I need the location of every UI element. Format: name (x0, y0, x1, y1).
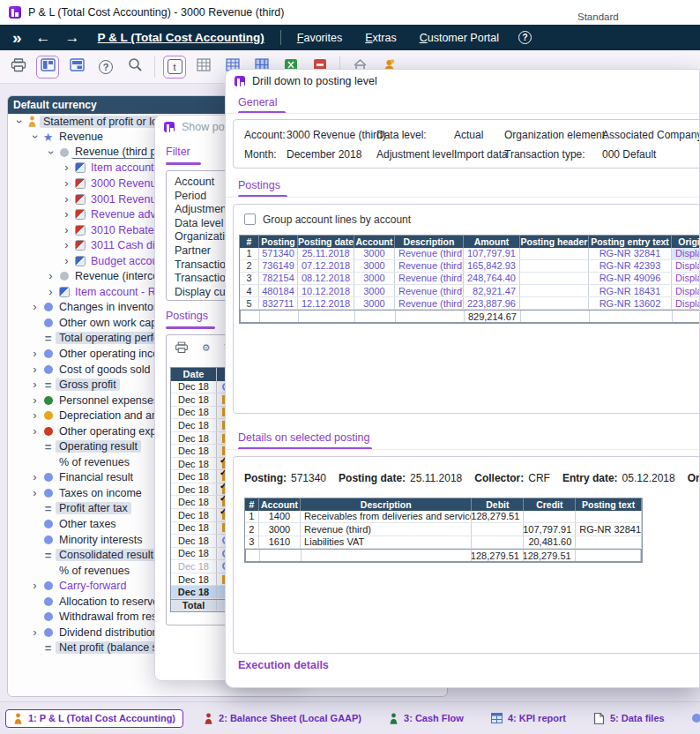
tree-item-label[interactable]: Allocation to reserves (56, 595, 168, 608)
expand-icon[interactable]: › (61, 241, 72, 250)
expand-icon[interactable]: › (29, 581, 41, 590)
expand-icon[interactable]: › (29, 396, 41, 405)
layout-split-button[interactable] (36, 56, 59, 79)
tree-item-label[interactable]: Profit after tax (56, 502, 131, 514)
worksheet-tab-4[interactable]: 4: KPI report (484, 710, 573, 726)
expand-icon[interactable]: › (29, 427, 41, 436)
display-original-link[interactable]: Display o (672, 248, 700, 259)
tree-item-label[interactable]: Other taxes (56, 518, 120, 530)
print-button[interactable] (175, 341, 188, 354)
tree-item-label[interactable]: Taxes on income (56, 487, 145, 499)
general-section-label[interactable]: General (238, 96, 277, 109)
execution-details-link[interactable]: Execution details (238, 659, 329, 671)
worksheet-tab-3[interactable]: 3: Cash Flow (382, 710, 471, 727)
display-original-link[interactable]: Display o (672, 260, 700, 272)
back-arrow-icon[interactable]: ← (36, 29, 51, 47)
worksheet-tab-6[interactable]: 6: Other own work capit (685, 710, 700, 726)
expand-sidebar-icon[interactable]: » (12, 28, 20, 48)
tree-item-label[interactable]: Personnel expenses (56, 394, 162, 407)
expand-icon[interactable]: › (29, 365, 41, 374)
postings-section-label[interactable]: Postings (238, 179, 280, 191)
column-header[interactable]: # (245, 498, 259, 511)
expand-icon[interactable]: › (29, 380, 41, 389)
expand-icon[interactable]: › (29, 628, 41, 637)
expand-icon[interactable]: › (61, 257, 72, 266)
collapse-icon[interactable]: › (31, 131, 40, 143)
print-button[interactable] (7, 56, 30, 79)
forward-arrow-icon[interactable]: → (65, 29, 80, 47)
current-view-title[interactable]: P & L (Total Cost Accounting) (98, 31, 264, 44)
collapse-icon[interactable]: › (47, 146, 56, 158)
posting-row[interactable]: 583271112.12.20183000Revenue (third)223,… (240, 297, 700, 310)
expand-icon[interactable]: › (29, 473, 41, 482)
settings-gear-icon[interactable]: ⚙ (202, 342, 211, 354)
column-header[interactable]: Amount (464, 236, 520, 248)
expand-icon[interactable]: › (29, 303, 41, 311)
tree-item-label[interactable]: Carry-forward (56, 580, 130, 592)
menu-favorites[interactable]: Favorites (297, 32, 342, 44)
column-header[interactable]: Description (395, 236, 464, 248)
profile-selector[interactable]: Standard (577, 11, 619, 22)
worksheet-tab-2[interactable]: 2: Balance Sheet (Local GAAP) (197, 710, 369, 727)
column-header[interactable]: Posting entry text (589, 236, 672, 248)
posting-row[interactable]: 157134025.11.20183000Revenue (third)107,… (240, 248, 700, 260)
date-column-header[interactable]: Date (171, 368, 217, 381)
tree-item-label[interactable]: Statement of profit or loss (40, 116, 172, 128)
column-header[interactable]: Credit (524, 498, 576, 511)
display-original-link[interactable]: Display o (672, 297, 700, 309)
column-header[interactable]: Posting (259, 236, 298, 248)
display-original-link[interactable]: Display o (672, 273, 700, 284)
tree-item-label[interactable]: Gross profit (56, 378, 120, 391)
text-cell-button[interactable]: t (163, 56, 186, 79)
tree-item-label[interactable]: Dividend distribution (56, 626, 162, 639)
grid-plain-button[interactable] (192, 56, 215, 79)
group-by-account-checkbox[interactable] (244, 213, 256, 225)
tree-item-label[interactable]: Cost of goods sold (56, 363, 154, 376)
column-header[interactable]: Original posting (672, 236, 700, 248)
layout-compact-button[interactable] (65, 56, 88, 79)
column-header[interactable]: Description (301, 498, 472, 511)
column-header[interactable]: Posting text (576, 498, 642, 511)
expand-icon[interactable]: › (61, 195, 72, 204)
expand-icon[interactable]: › (61, 179, 72, 188)
column-header[interactable]: Posting header (520, 236, 589, 248)
expand-icon[interactable]: › (29, 489, 41, 498)
collapse-icon[interactable]: › (15, 116, 24, 127)
column-header[interactable]: Account (259, 498, 301, 511)
expand-icon[interactable]: › (61, 226, 72, 235)
column-header[interactable]: # (240, 236, 259, 248)
tree-item-label[interactable]: Revenue (56, 131, 107, 143)
drill-down-titlebar[interactable]: Drill down to posting level (226, 70, 699, 93)
menu-extras[interactable]: Extras (365, 32, 396, 44)
tree-item-label[interactable]: Operating result (56, 440, 141, 453)
expand-icon[interactable]: › (45, 288, 56, 296)
postings-section-label[interactable]: Postings (166, 310, 208, 322)
details-section-label[interactable]: Details on selected posting (238, 431, 369, 444)
tree-item-label[interactable]: Financial result (56, 471, 137, 483)
posting-row[interactable]: 448018410.12.20183000Revenue (third)82,9… (240, 285, 700, 297)
help-button[interactable]: ? (94, 56, 117, 79)
tree-item-label[interactable]: Consolidated result (56, 549, 157, 561)
detail-row[interactable]: 31610Liabilities VAT20,481.60 (245, 536, 642, 550)
detail-row[interactable]: 11400Receivables from deliveries and ser… (245, 511, 642, 524)
search-button[interactable] (123, 56, 146, 79)
help-icon[interactable]: ? (518, 31, 532, 44)
expand-icon[interactable]: › (29, 411, 41, 420)
posting-row[interactable]: 378215408.12.20183000Revenue (third)248,… (240, 273, 700, 285)
column-header[interactable]: Posting date (298, 236, 354, 248)
expand-icon[interactable]: › (61, 163, 72, 172)
menu-customer-portal[interactable]: Customer Portal (420, 32, 499, 44)
display-original-link[interactable]: Display o (672, 285, 700, 296)
tree-item-label[interactable]: 3010 Rebates (87, 224, 163, 236)
worksheet-tab-5[interactable]: 5: Data files (586, 709, 672, 728)
column-header[interactable]: Account (354, 236, 395, 248)
column-header[interactable]: Debit (472, 498, 524, 511)
detail-row[interactable]: 23000Revenue (third)107,797.91RG-NR 3284… (245, 523, 642, 536)
tree-item-label[interactable]: Minority interests (56, 534, 145, 546)
expand-icon[interactable]: › (29, 349, 41, 358)
worksheet-tab-1[interactable]: 1: P & L (Total Cost Accounting) (5, 709, 183, 728)
filter-section-label[interactable]: Filter (166, 146, 190, 158)
expand-icon[interactable]: › (61, 210, 72, 219)
tree-item-label[interactable]: % of revenues (56, 456, 133, 468)
posting-row[interactable]: 273614907.12.20183000Revenue (third)165,… (240, 260, 700, 273)
